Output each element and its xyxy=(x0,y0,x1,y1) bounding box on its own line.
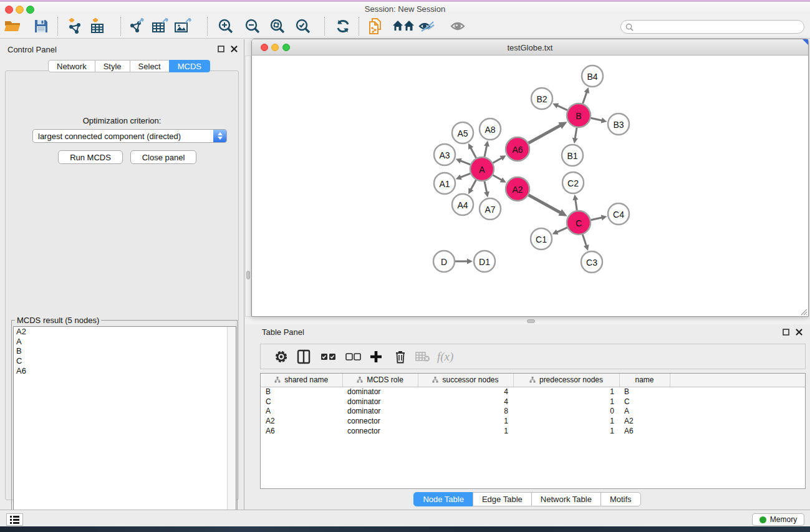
graph-node-A5[interactable]: A5 xyxy=(452,122,473,143)
cell[interactable]: A6 xyxy=(261,426,342,436)
graph-node-A8[interactable]: A8 xyxy=(480,118,501,140)
cell[interactable]: dominator xyxy=(342,406,418,416)
cell[interactable]: 1 xyxy=(418,416,513,426)
table-row-A6[interactable]: A6connector11A6 xyxy=(261,426,805,436)
graph-node-A7[interactable]: A7 xyxy=(480,198,501,220)
graph-node-A3[interactable]: A3 xyxy=(434,144,455,165)
column-header-predecessor-nodes[interactable]: predecessor nodes xyxy=(513,374,619,387)
tab-edge-table[interactable]: Edge Table xyxy=(473,492,532,506)
graph-edge-B-B1[interactable] xyxy=(575,128,577,139)
cell[interactable]: connector xyxy=(342,426,418,436)
graph-node-B4[interactable]: B4 xyxy=(582,65,603,87)
vertical-scroll-thumb[interactable] xyxy=(246,271,250,279)
cell[interactable]: A2 xyxy=(619,416,670,426)
graph-edge-A6-B[interactable] xyxy=(529,125,561,143)
select-all-rows-button[interactable] xyxy=(321,344,336,369)
zoom-selected-button[interactable] xyxy=(293,16,313,36)
graph-edge-B-B4[interactable] xyxy=(583,92,587,104)
graph-node-B2[interactable]: B2 xyxy=(531,88,552,109)
result-item-A6[interactable]: A6 xyxy=(14,366,236,376)
refresh-view-button[interactable] xyxy=(333,16,353,36)
cell[interactable]: 8 xyxy=(418,406,513,416)
graph-edge-A-A7[interactable] xyxy=(485,181,487,193)
column-header-successor-nodes[interactable]: successor nodes xyxy=(418,374,513,387)
graph-node-A1[interactable]: A1 xyxy=(434,173,455,194)
graph-node-A[interactable]: A xyxy=(470,157,494,181)
export-image-button[interactable] xyxy=(173,16,193,36)
column-header-MCDS-role[interactable]: MCDS role xyxy=(342,374,418,387)
cell[interactable]: 1 xyxy=(513,416,619,426)
result-item-B[interactable]: B xyxy=(14,346,236,356)
cell[interactable]: C xyxy=(619,397,670,407)
network-graph[interactable]: B4B2BB3A5A8A6B1A3AA1C2A2A4A7C4CC1C3DD1 xyxy=(253,56,808,316)
graph-edge-A-A4[interactable] xyxy=(471,180,476,190)
cell[interactable]: 1 xyxy=(418,426,513,436)
graph-node-C[interactable]: C xyxy=(567,211,591,235)
graph-node-B3[interactable]: B3 xyxy=(608,114,629,135)
cell[interactable]: A xyxy=(261,406,342,416)
graph-node-C3[interactable]: C3 xyxy=(581,251,602,273)
graph-edge-C-C2[interactable] xyxy=(576,200,577,210)
cell[interactable]: A xyxy=(619,406,670,416)
open-session-button[interactable] xyxy=(2,16,22,36)
cell[interactable]: 1 xyxy=(513,397,619,407)
tab-style[interactable]: Style xyxy=(95,60,130,72)
criterion-dropdown[interactable]: largest connected component (directed) xyxy=(32,129,227,143)
cell[interactable]: 4 xyxy=(418,397,513,407)
tab-node-table[interactable]: Node Table xyxy=(413,492,473,506)
graph-edge-C-C1[interactable] xyxy=(557,228,567,232)
table-row-A2[interactable]: A2connector11A2 xyxy=(261,416,805,426)
graph-edge-C-C3[interactable] xyxy=(582,235,586,246)
graph-node-A2[interactable]: A2 xyxy=(506,177,529,201)
cell[interactable]: B xyxy=(619,387,670,397)
table-settings-button[interactable] xyxy=(274,344,288,369)
cell[interactable]: dominator xyxy=(342,397,418,407)
column-header-name[interactable]: name xyxy=(619,374,670,387)
graph-node-D[interactable]: D xyxy=(433,251,455,272)
tab-motifs[interactable]: Motifs xyxy=(600,492,641,506)
column-header-shared-name[interactable]: shared name xyxy=(261,374,342,387)
show-columns-button[interactable] xyxy=(297,344,311,369)
cell[interactable]: 1 xyxy=(513,387,619,397)
zoom-fit-button[interactable] xyxy=(268,16,287,36)
export-network-button[interactable] xyxy=(127,16,147,36)
home-button[interactable] xyxy=(392,16,417,36)
result-list-scrollbar[interactable] xyxy=(227,327,236,525)
graph-node-D1[interactable]: D1 xyxy=(474,251,495,272)
tab-network[interactable]: Network xyxy=(48,60,95,72)
graph-edge-C-C4[interactable] xyxy=(591,218,602,220)
search-field[interactable] xyxy=(620,20,804,34)
graph-node-A6[interactable]: A6 xyxy=(506,137,529,161)
graph-edge-A-A3[interactable] xyxy=(460,161,470,165)
cell[interactable]: 4 xyxy=(418,387,513,397)
result-item-C[interactable]: C xyxy=(14,356,236,366)
table-row-A[interactable]: Adominator80A xyxy=(261,406,805,416)
hide-graphics-button[interactable] xyxy=(417,16,436,36)
desktop-vertical-scrollbar[interactable] xyxy=(245,56,251,317)
import-network-button[interactable] xyxy=(65,16,85,36)
float-panel-icon[interactable] xyxy=(218,46,224,52)
close-panel-icon[interactable] xyxy=(796,329,803,336)
graph-node-B1[interactable]: B1 xyxy=(562,145,583,166)
network-window-titlebar[interactable]: testGlobe.txt xyxy=(252,39,808,56)
table-row-B[interactable]: Bdominator41B xyxy=(261,387,805,397)
zoom-in-button[interactable] xyxy=(216,16,236,36)
delete-columns-button[interactable] xyxy=(394,344,407,369)
close-panel-button[interactable]: Close panel xyxy=(130,150,196,164)
graph-edge-A-A6[interactable] xyxy=(493,158,501,163)
float-panel-icon[interactable] xyxy=(783,329,789,336)
cell[interactable]: 0 xyxy=(513,406,619,416)
desktop-horizontal-scrollbar[interactable] xyxy=(245,319,810,324)
tab-network-table[interactable]: Network Table xyxy=(531,492,601,506)
graph-node-C4[interactable]: C4 xyxy=(608,203,629,225)
cell[interactable]: dominator xyxy=(342,387,418,397)
save-session-button[interactable] xyxy=(31,16,51,36)
cell[interactable]: B xyxy=(261,387,342,397)
tab-select[interactable]: Select xyxy=(130,60,170,72)
tab-mcds[interactable]: MCDS xyxy=(169,60,210,72)
table-row-C[interactable]: Cdominator41C xyxy=(261,397,805,407)
zoom-out-button[interactable] xyxy=(243,16,263,36)
cell[interactable]: A2 xyxy=(261,416,342,426)
graph-node-C2[interactable]: C2 xyxy=(562,172,584,193)
graph-node-C1[interactable]: C1 xyxy=(531,228,552,249)
